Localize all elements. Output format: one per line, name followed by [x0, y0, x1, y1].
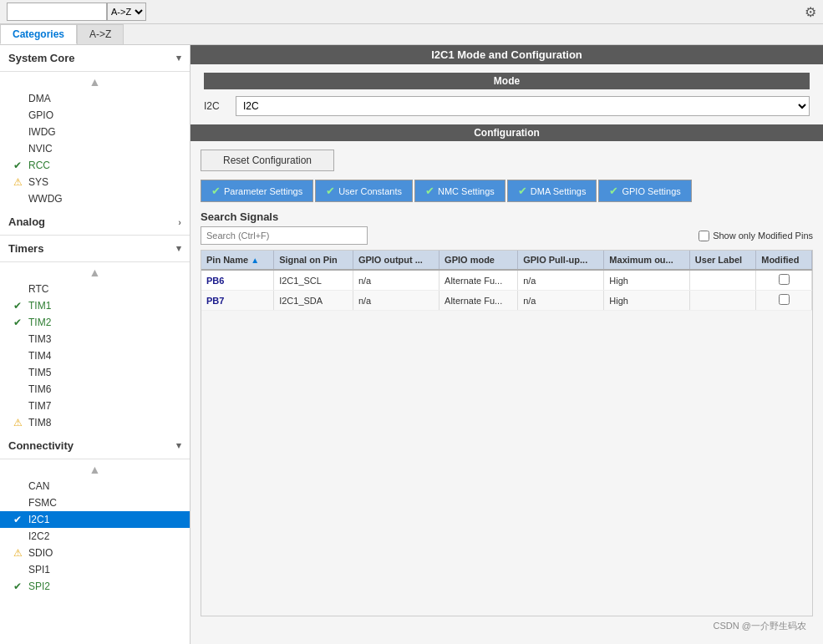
modified-checkbox[interactable]	[779, 294, 790, 305]
content-title: I2C1 Mode and Configuration	[191, 45, 823, 64]
sidebar-item-tim1[interactable]: ✔TIM1	[0, 297, 190, 314]
signals-controls: Show only Modified Pins	[201, 226, 813, 245]
signals-search-input[interactable]	[201, 226, 368, 245]
sidebar-item-spi2[interactable]: ✔SPI2	[0, 578, 190, 595]
category-tabs: Categories A->Z	[0, 24, 823, 45]
sort-arrow-icon: ▲	[251, 256, 259, 265]
tab-dma-settings[interactable]: ✔ DMA Settings	[507, 180, 597, 202]
system-core-items: ▲ DMA GPIO IWDG NVIC ✔RCC ⚠SYS WWDG	[0, 72, 190, 209]
signals-header-area: Search Signals Show only Modified Pins	[201, 210, 813, 245]
sidebar-item-tim5[interactable]: TIM5	[0, 364, 190, 381]
connectivity-header[interactable]: Connectivity ▾	[0, 433, 190, 459]
sidebar-item-rtc[interactable]: RTC	[0, 281, 190, 297]
sidebar-item-iwdg[interactable]: IWDG	[0, 124, 190, 140]
sidebar-item-sdio[interactable]: ⚠SDIO	[0, 545, 190, 561]
mode-bar: Mode	[204, 73, 810, 89]
mode-row: I2C I2C SMBus-Alert-mode SMBus-Host-mode…	[204, 96, 810, 116]
sidebar-item-sys[interactable]: ⚠SYS	[0, 174, 190, 190]
timers-scroll-up: ▲	[0, 264, 190, 281]
sidebar-item-wwdg[interactable]: WWDG	[0, 190, 190, 207]
config-bar: Configuration	[191, 124, 823, 141]
sidebar-item-gpio[interactable]: GPIO	[0, 107, 190, 124]
sidebar-item-can[interactable]: CAN	[0, 478, 190, 494]
reset-configuration-button[interactable]: Reset Configuration	[201, 150, 334, 171]
sidebar-item-tim2[interactable]: ✔TIM2	[0, 314, 190, 331]
content-area: I2C1 Mode and Configuration Mode I2C I2C…	[191, 45, 823, 644]
show-modified-label: Show only Modified Pins	[713, 231, 813, 241]
sidebar-item-i2c1[interactable]: ✔I2C1	[0, 511, 190, 528]
connectivity-label: Connectivity	[8, 439, 74, 452]
section-system-core: System Core ▾ ▲ DMA GPIO IWDG NVIC ✔RCC …	[0, 45, 190, 209]
sidebar-item-tim6[interactable]: TIM6	[0, 381, 190, 398]
section-analog: Analog ›	[0, 209, 190, 236]
sidebar-item-spi1[interactable]: SPI1	[0, 561, 190, 578]
signals-title: Search Signals	[201, 210, 813, 223]
tab-check-icon: ✔	[326, 185, 335, 197]
connectivity-items: ▲ CAN FSMC ✔I2C1 I2C2 ⚠SDIO SPI1 ✔SPI2	[0, 459, 190, 596]
config-tabs: ✔ Parameter Settings ✔ User Constants ✔ …	[201, 180, 813, 202]
timers-items: ▲ RTC ✔TIM1 ✔TIM2 TIM3 TIM4 TIM5 TIM6 TI…	[0, 262, 190, 433]
connectivity-chevron: ▾	[176, 440, 181, 451]
tab-check-icon: ✔	[609, 185, 618, 197]
cell-modified	[756, 270, 812, 291]
top-bar: A->Z ⚙	[0, 0, 823, 24]
tab-gpio-settings[interactable]: ✔ GPIO Settings	[598, 180, 691, 202]
sidebar-item-i2c2[interactable]: I2C2	[0, 528, 190, 545]
config-section: Configuration Reset Configuration ✔ Para…	[191, 124, 823, 644]
system-core-header[interactable]: System Core ▾	[0, 45, 190, 72]
timers-header[interactable]: Timers ▾	[0, 236, 190, 262]
col-signal: Signal on Pin	[274, 251, 353, 270]
sidebar-item-tim8[interactable]: ⚠TIM8	[0, 414, 190, 431]
sidebar: System Core ▾ ▲ DMA GPIO IWDG NVIC ✔RCC …	[0, 45, 191, 644]
i2c-mode-select[interactable]: I2C SMBus-Alert-mode SMBus-Host-mode Dis…	[236, 96, 810, 116]
modified-checkbox[interactable]	[779, 274, 790, 285]
tab-label: DMA Settings	[531, 186, 587, 196]
sidebar-item-dma[interactable]: DMA	[0, 90, 190, 107]
sidebar-item-tim4[interactable]: TIM4	[0, 347, 190, 364]
tab-az[interactable]: A->Z	[77, 24, 124, 44]
mode-section: Mode I2C I2C SMBus-Alert-mode SMBus-Host…	[191, 64, 823, 124]
sidebar-item-tim7[interactable]: TIM7	[0, 398, 190, 414]
system-core-chevron: ▾	[176, 53, 181, 63]
section-connectivity: Connectivity ▾ ▲ CAN FSMC ✔I2C1 I2C2 ⚠SD…	[0, 433, 190, 596]
analog-label: Analog	[8, 216, 45, 228]
col-max-output: Maximum ou...	[604, 251, 689, 270]
col-modified: Modified	[756, 251, 812, 270]
signals-table-container: Pin Name ▲ Signal on Pin GPIO output ...…	[201, 250, 813, 616]
show-modified-checkbox[interactable]	[699, 231, 709, 241]
col-gpio-output: GPIO output ...	[353, 251, 439, 270]
cell-gpio-pull: n/a	[518, 270, 604, 291]
tab-nmc-settings[interactable]: ✔ NMC Settings	[414, 180, 505, 202]
sidebar-item-fsmc[interactable]: FSMC	[0, 494, 190, 511]
cell-pin-name: PB6	[201, 270, 274, 291]
tab-label: User Constants	[338, 186, 402, 196]
connectivity-scroll-up: ▲	[0, 461, 190, 478]
tab-check-icon: ✔	[211, 185, 221, 197]
tab-user-constants[interactable]: ✔ User Constants	[315, 180, 413, 202]
cell-modified	[756, 291, 812, 311]
cell-gpio-pull: n/a	[518, 291, 604, 311]
cell-signal: I2C1_SCL	[274, 270, 353, 291]
analog-chevron: ›	[178, 217, 181, 227]
cell-signal: I2C1_SDA	[274, 291, 353, 311]
sidebar-item-rcc[interactable]: ✔RCC	[0, 157, 190, 174]
cell-max-output: High	[604, 270, 689, 291]
analog-header[interactable]: Analog ›	[0, 209, 190, 236]
table-row: PB7 I2C1_SDA n/a Alternate Fu... n/a Hig…	[201, 291, 812, 311]
config-body: Reset Configuration ✔ Parameter Settings…	[191, 141, 823, 644]
tab-parameter-settings[interactable]: ✔ Parameter Settings	[201, 180, 313, 202]
cell-pin-name: PB7	[201, 291, 274, 311]
cell-user-label	[689, 270, 755, 291]
col-pin-name[interactable]: Pin Name ▲	[201, 251, 274, 270]
cell-gpio-output: n/a	[353, 291, 439, 311]
timers-chevron: ▾	[176, 243, 181, 254]
tab-label: Parameter Settings	[224, 186, 302, 196]
i2c-label: I2C	[204, 100, 229, 112]
cell-max-output: High	[604, 291, 689, 311]
sidebar-item-tim3[interactable]: TIM3	[0, 331, 190, 347]
search-dropdown[interactable]: A->Z	[107, 3, 146, 21]
search-input[interactable]	[7, 3, 107, 21]
gear-button[interactable]: ⚙	[805, 4, 816, 20]
tab-categories[interactable]: Categories	[0, 24, 77, 44]
sidebar-item-nvic[interactable]: NVIC	[0, 140, 190, 157]
